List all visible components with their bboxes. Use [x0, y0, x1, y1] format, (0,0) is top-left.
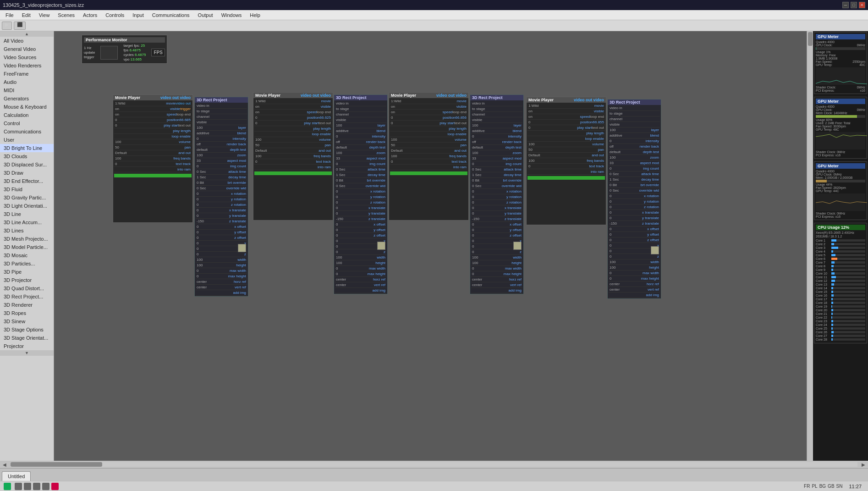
taskbar-icon-5[interactable] [51, 483, 59, 490]
tab-untitled[interactable]: Untitled [2, 471, 31, 481]
sidebar-item-3d-mesh-projecto...[interactable]: 3D Mesh Projecto... [0, 235, 54, 243]
cpu-core-core-10: Core 10 [816, 272, 865, 275]
cpu-core-core-4: Core 4 [816, 250, 865, 253]
sidebar-item-3d-rect-project...[interactable]: 3D Rect Project... [0, 292, 54, 301]
cpu-subtitle: Xeon(R) E5-2665 2.40GHz [816, 231, 865, 234]
menu-controls[interactable]: Controls [102, 11, 128, 19]
cpu-core-core-22: Core 22 [816, 316, 865, 319]
taskbar-icon-1[interactable] [15, 483, 22, 490]
sidebar-item-control[interactable]: Control [0, 119, 54, 127]
sidebar-item-3d-mosaic[interactable]: 3D Mosaic [0, 251, 54, 259]
sidebar-scroll-down[interactable]: ▼ [0, 350, 54, 356]
gpu-meter-1-title: GPU Meter [816, 34, 865, 39]
scrollbar-right[interactable] [807, 31, 813, 461]
close-button[interactable]: ✕ [859, 2, 865, 8]
node-movie-player-3: Movie Player video out video 1:Wildmovie… [389, 92, 469, 221]
node-rect-project-2: 3D Rect Project video in to stage channe… [334, 94, 388, 294]
sidebar-item-3d-fluid[interactable]: 3D Fluid [0, 185, 54, 193]
cpu-title: CPU Usage 12% [816, 225, 865, 230]
cpu-core-core-17: Core 17 [816, 298, 865, 301]
sidebar-item-3d-end-effector...[interactable]: 3D End Effector... [0, 177, 54, 185]
taskbar-icon-3[interactable] [33, 483, 40, 490]
start-button[interactable] [4, 483, 11, 490]
sidebar-item-all-video[interactable]: All Video [0, 37, 54, 45]
trigger-label-perf: trigger [84, 55, 95, 59]
sidebar-item-generators[interactable]: Generators [0, 94, 54, 103]
sidebar-scroll-up[interactable]: ▲ [0, 31, 54, 37]
sidebar-item-3d-projector[interactable]: 3D Projector [0, 276, 54, 284]
node-movie-player-2: Movie Player video out video 1:Wildmovie… [253, 92, 333, 221]
restore-button[interactable]: □ [851, 2, 857, 8]
sidebar-item-audio[interactable]: Audio [0, 78, 54, 86]
sidebar-item-3d-draw[interactable]: 3D Draw [0, 169, 54, 177]
sidebar-item-freeframe[interactable]: FreeFrame [0, 70, 54, 78]
sidebar-item-mouse-&-keyboard[interactable]: Mouse & Keyboard [0, 103, 54, 111]
sidebar-item-calculation[interactable]: Calculation [0, 111, 54, 119]
sidebar-item-3d-line-accum...[interactable]: 3D Line Accum... [0, 218, 54, 226]
menu-output[interactable]: Output [194, 11, 217, 19]
sidebar-item-3d-sinew[interactable]: 3D Sinew [0, 317, 54, 325]
cpu-core-core-16: Core 16 [816, 294, 865, 297]
cpu-core-core-27: Core 27 [816, 334, 865, 337]
menu-actors[interactable]: Actors [79, 11, 101, 19]
hscroll-right[interactable]: ▶ [859, 462, 868, 467]
sidebar-item-3d-gravity-partic...[interactable]: 3D Gravity Partic... [0, 193, 54, 202]
menu-help[interactable]: Help [246, 11, 264, 19]
sidebar-item-3d-stage-options[interactable]: 3D Stage Options [0, 325, 54, 334]
menu-communications[interactable]: Communications [148, 11, 193, 19]
menu-input[interactable]: Input [129, 11, 147, 19]
sidebar-item-3d-ropes[interactable]: 3D Ropes [0, 309, 54, 317]
rect-icon-4 [651, 246, 659, 254]
canvas-area[interactable]: Performance Monitor 1 Hz update trigger … [54, 31, 813, 461]
sidebar-item-3d-displaced-sur...[interactable]: 3D Displaced Sur... [0, 160, 54, 169]
gpu-3-bar-fill [816, 180, 827, 182]
cpu-core-core-26: Core 26 [816, 331, 865, 334]
toolbar-button-2[interactable]: ⬛ [14, 22, 26, 30]
sidebar-item-user[interactable]: User [0, 136, 54, 144]
toolbar-button[interactable]: ▶ [2, 22, 12, 30]
movie-title-2: Movie Player video out video [253, 93, 333, 98]
sidebar-item-communications[interactable]: Communications [0, 127, 54, 136]
hz-label: 1 Hz [84, 46, 95, 50]
sidebar-item-video-sources[interactable]: Video Sources [0, 53, 54, 61]
hscroll-thumb[interactable] [11, 462, 102, 467]
sidebar-item-3d-stage-orientat...[interactable]: 3D Stage Orientat... [0, 334, 54, 342]
rect-fields-3: video in to stage channel visible 100lay… [470, 100, 523, 294]
sidebar-item-3d-quad-distort...[interactable]: 3D Quad Distort... [0, 284, 54, 292]
scroll-thumb-right[interactable] [808, 32, 813, 46]
menu-file[interactable]: File [2, 11, 17, 19]
cpu-core-core-24: Core 24 [816, 323, 865, 326]
hscroll-left[interactable]: ◀ [0, 462, 9, 467]
gpu-1-usage-bar [816, 47, 865, 50]
sidebar-item-3d-renderer[interactable]: 3D Renderer [0, 301, 54, 309]
taskbar-icon-4[interactable] [42, 483, 49, 490]
cpu-core-core-12: Core 12 [816, 279, 865, 282]
sidebar-item-3d-lines[interactable]: 3D Lines [0, 226, 54, 235]
title-bar: 130425_3_videoprojectors_sizes.izz ─ □ ✕ [0, 0, 868, 10]
sidebar-item-3d-bright-to-line[interactable]: 3D Bright To Line [0, 144, 54, 152]
sidebar-item-3d-pipe[interactable]: 3D Pipe [0, 268, 54, 276]
gpu-meter-3: GPU Meter Quadro 4000 GPU Clock: 0MHz Me… [814, 161, 867, 220]
sidebar-item-video-renderers[interactable]: Video Renderers [0, 61, 54, 70]
sidebar-item-3d-line[interactable]: 3D Line [0, 210, 54, 218]
sidebar-item-projector[interactable]: Projector [0, 342, 54, 350]
sidebar-item-3d-model-particle...[interactable]: 3D Model Particle... [0, 243, 54, 251]
menu-windows[interactable]: Windows [218, 11, 246, 19]
toolbar: ▶ ⬛ [0, 20, 868, 31]
taskbar-icon-2[interactable] [24, 483, 31, 490]
node-rect-project-1: 3D Rect Project video in to stage channe… [194, 97, 248, 297]
node-movie-player-4: Movie Player video out video 1:Wildmovie… [526, 97, 606, 225]
rect-title-3: 3D Rect Project [470, 95, 523, 100]
sidebar-item-midi[interactable]: MIDI [0, 86, 54, 94]
sidebar-item-3d-particles...[interactable]: 3D Particles... [0, 259, 54, 268]
horizontal-scrollbar[interactable]: ◀ ▶ [0, 461, 868, 468]
menu-view[interactable]: View [35, 11, 54, 19]
menu-edit[interactable]: Edit [18, 11, 34, 19]
sidebar-item-3d-light-orientati...[interactable]: 3D Light Orientati... [0, 202, 54, 210]
sidebar-item-3d-clouds[interactable]: 3D Clouds [0, 152, 54, 160]
menu-scenes[interactable]: Scenes [54, 11, 78, 19]
perf-fps: fps 6.4875 [123, 48, 146, 52]
cpu-mem-info: 2631MB / 18.3 1.2 [816, 235, 865, 238]
sidebar-item-general-video[interactable]: General Video [0, 45, 54, 53]
minimize-button[interactable]: ─ [842, 2, 849, 8]
